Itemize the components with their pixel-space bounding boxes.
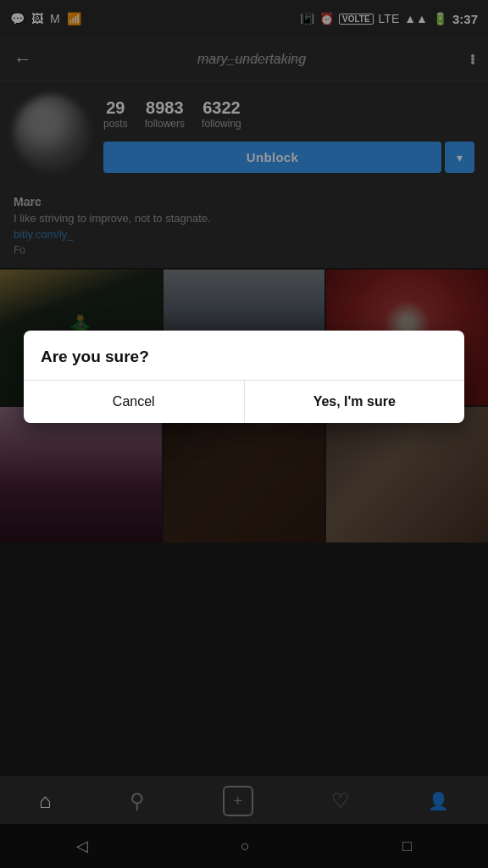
cancel-button[interactable]: Cancel <box>24 381 245 423</box>
confirm-button[interactable]: Yes, I'm sure <box>245 381 465 423</box>
modal-overlay <box>0 0 488 868</box>
dialog-buttons: Cancel Yes, I'm sure <box>24 381 464 423</box>
confirmation-dialog: Are you sure? Cancel Yes, I'm sure <box>24 331 464 423</box>
dialog-title: Are you sure? <box>24 331 464 381</box>
